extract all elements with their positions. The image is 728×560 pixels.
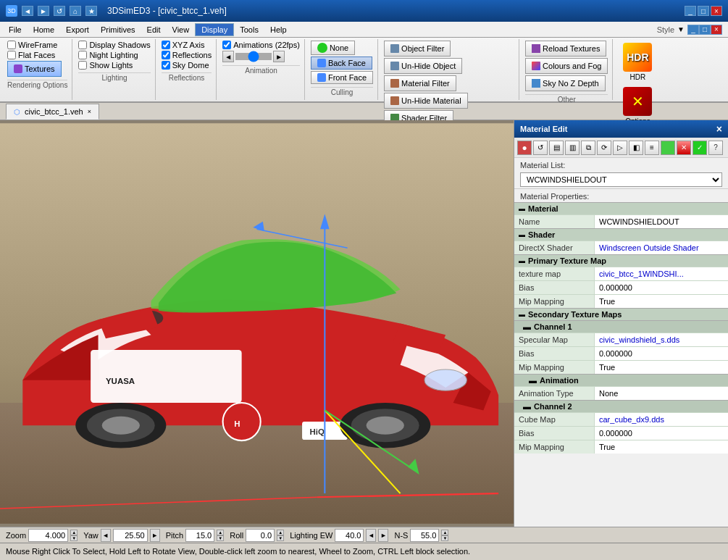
- mat-tool-2[interactable]: ↺: [533, 141, 548, 155]
- material-section-header[interactable]: ▬ Material: [514, 202, 728, 214]
- textures-button[interactable]: Textures: [7, 61, 62, 77]
- zoom-spinner[interactable]: ▲ ▼: [70, 530, 78, 541]
- pitch-input[interactable]: [185, 529, 214, 542]
- mat-tool-4[interactable]: ▥: [565, 141, 580, 155]
- pitch-down[interactable]: ▼: [217, 535, 224, 541]
- yaw-right[interactable]: ►: [150, 529, 160, 542]
- unhide-object-btn[interactable]: Un-Hide Object: [384, 58, 462, 74]
- minimize-button[interactable]: _: [685, 6, 696, 16]
- mat-tool-10[interactable]: [661, 141, 675, 155]
- skydome-check[interactable]: Sky Dome: [162, 61, 209, 70]
- float-close[interactable]: ×: [711, 25, 722, 35]
- unhide-material-btn[interactable]: Un-Hide Material: [384, 93, 468, 109]
- float-restore[interactable]: □: [699, 25, 711, 35]
- anim-type-value[interactable]: None: [594, 387, 728, 400]
- primary-texture-header[interactable]: ▬ Primary Texture Map: [514, 254, 728, 267]
- pitch-up[interactable]: ▲: [217, 530, 224, 535]
- nav-forward[interactable]: ►: [38, 6, 49, 16]
- yaw-left[interactable]: ◄: [101, 529, 111, 542]
- menu-export[interactable]: Export: [60, 24, 95, 35]
- menu-file[interactable]: File: [3, 24, 28, 35]
- showlights-check[interactable]: Show Lights: [78, 61, 133, 70]
- ch1-mip-value[interactable]: True: [594, 361, 728, 374]
- directx-value[interactable]: Windscreen Outside Shader: [594, 241, 728, 254]
- culling-none-btn[interactable]: None: [311, 41, 355, 55]
- reflections-check[interactable]: Reflections: [162, 51, 212, 59]
- primary-bias-value[interactable]: 0.000000: [594, 281, 728, 294]
- reload-textures-btn[interactable]: Reload Textures: [525, 41, 606, 57]
- primary-mip-value[interactable]: True: [594, 295, 728, 308]
- menu-home[interactable]: Home: [28, 24, 60, 35]
- zoom-up[interactable]: ▲: [70, 530, 78, 535]
- ns-input[interactable]: [410, 529, 439, 542]
- hdr-button[interactable]: HDR HDR: [619, 41, 656, 83]
- channel1-header[interactable]: ▬ Channel 1: [514, 320, 728, 333]
- mat-tool-7[interactable]: ▷: [613, 141, 627, 155]
- material-filter-btn[interactable]: Material Filter: [384, 75, 456, 91]
- ns-spinner[interactable]: ▲ ▼: [441, 530, 448, 541]
- lew-left[interactable]: ◄: [366, 529, 376, 542]
- float-minimize[interactable]: _: [687, 25, 699, 35]
- roll-up[interactable]: ▲: [277, 530, 284, 535]
- pitch-spinner[interactable]: ▲ ▼: [217, 530, 224, 541]
- menu-display[interactable]: Display: [195, 23, 234, 36]
- nightlighting-check[interactable]: Night Lighting: [78, 51, 138, 59]
- channel2-header[interactable]: ▬ Channel 2: [514, 400, 728, 412]
- displayshadows-check[interactable]: Display Shadows: [78, 41, 150, 49]
- flatfaces-check[interactable]: Flat Faces: [7, 51, 55, 59]
- nav-refresh[interactable]: ↺: [54, 6, 65, 16]
- animation-sub-header[interactable]: ▬ Animation: [514, 374, 728, 386]
- mat-tool-help[interactable]: ?: [708, 141, 723, 155]
- ch2-mip-value[interactable]: True: [594, 440, 728, 454]
- texture-map-value[interactable]: civic_btcc_1WINDSHI...: [594, 267, 728, 280]
- nav-home[interactable]: ⌂: [70, 6, 81, 16]
- mat-tool-5[interactable]: ⧉: [581, 141, 595, 155]
- viewport[interactable]: YUASA H HiQ: [0, 120, 514, 527]
- shader-section-header[interactable]: ▬ Shader: [514, 228, 728, 241]
- xyzaxis-check[interactable]: XYZ Axis: [162, 41, 205, 49]
- menu-tools[interactable]: Tools: [234, 24, 264, 35]
- nav-star[interactable]: ★: [85, 6, 97, 16]
- restore-button[interactable]: □: [698, 6, 709, 16]
- anim-next[interactable]: ►: [273, 51, 285, 62]
- animations-check[interactable]: Animations (22fps): [222, 41, 300, 49]
- menu-primitives[interactable]: Primitives: [95, 24, 141, 35]
- lighting-ew-input[interactable]: [335, 529, 364, 542]
- main-tab[interactable]: ⬡ civic_btcc_1.veh ×: [6, 104, 99, 120]
- menu-help[interactable]: Help: [264, 24, 293, 35]
- panel-close-button[interactable]: ×: [716, 123, 722, 135]
- mat-tool-close[interactable]: ✕: [677, 141, 691, 155]
- roll-spinner[interactable]: ▲ ▼: [277, 530, 284, 541]
- roll-input[interactable]: [246, 529, 275, 542]
- culling-frontface-btn[interactable]: Front Face: [311, 71, 373, 84]
- mat-tool-6[interactable]: ⟳: [597, 141, 611, 155]
- lew-right[interactable]: ►: [378, 529, 388, 542]
- menu-view[interactable]: View: [167, 24, 196, 35]
- name-value[interactable]: WCWINDSHIELDOUT: [594, 215, 728, 228]
- roll-down[interactable]: ▼: [277, 535, 284, 541]
- ch2-bias-value[interactable]: 0.000000: [594, 427, 728, 440]
- specular-value[interactable]: civic_windshield_s.dds: [594, 333, 728, 346]
- colours-fog-btn[interactable]: Colours and Fog: [525, 58, 608, 74]
- secondary-texture-header[interactable]: ▬ Secondary Texture Maps: [514, 308, 728, 320]
- material-dropdown[interactable]: WCWINDSHIELDOUT: [520, 172, 722, 187]
- nav-back[interactable]: ◄: [22, 6, 33, 16]
- zoom-down[interactable]: ▼: [70, 535, 78, 541]
- mat-tool-check[interactable]: ✓: [693, 141, 707, 155]
- close-button[interactable]: ×: [711, 6, 722, 16]
- tab-close-button[interactable]: ×: [88, 108, 91, 115]
- mat-tool-8[interactable]: ◧: [629, 141, 643, 155]
- mat-tool-1[interactable]: ●: [517, 141, 532, 155]
- zoom-input[interactable]: [28, 529, 68, 542]
- object-filter-btn[interactable]: Object Filter: [384, 41, 451, 57]
- anim-prev[interactable]: ◄: [222, 51, 234, 62]
- culling-backface-btn[interactable]: Back Face: [311, 57, 372, 70]
- menu-edit[interactable]: Edit: [141, 24, 167, 35]
- wireframe-check[interactable]: WireFrame: [7, 41, 57, 49]
- anim-slider[interactable]: [235, 53, 272, 60]
- mat-tool-3[interactable]: ▤: [549, 141, 564, 155]
- cube-map-value[interactable]: car_cube_dx9.dds: [594, 413, 728, 426]
- yaw-input[interactable]: [113, 529, 148, 542]
- sky-noz-btn[interactable]: Sky No Z Depth: [525, 75, 606, 91]
- ns-down[interactable]: ▼: [441, 535, 448, 541]
